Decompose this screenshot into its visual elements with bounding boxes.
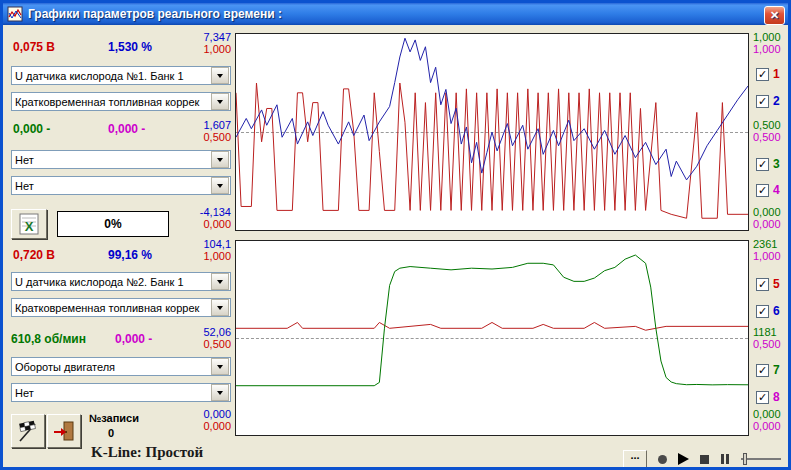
dropdown-arrow-icon bbox=[211, 384, 229, 401]
value-fuel-trim-1: 1,530 % bbox=[108, 40, 152, 54]
channel-1-label: 1 bbox=[773, 67, 780, 81]
axis-label: 0,000 bbox=[189, 218, 231, 230]
axis-label: 1,607 bbox=[189, 119, 231, 131]
transport-bar: ... bbox=[623, 449, 781, 469]
close-icon: ✕ bbox=[770, 9, 779, 22]
channel-1-checkbox[interactable]: ✓ bbox=[756, 68, 769, 81]
exit-door-icon bbox=[52, 419, 76, 443]
stop-button[interactable] bbox=[700, 455, 709, 464]
channel-5-checkbox[interactable]: ✓ bbox=[756, 278, 769, 291]
axis-label: 2361 bbox=[753, 238, 791, 250]
value-fuel-trim-2: 99,16 % bbox=[108, 248, 152, 262]
svg-text:X: X bbox=[25, 219, 34, 234]
record-button[interactable] bbox=[658, 455, 667, 464]
param-select-channel-8-value: Нет bbox=[12, 387, 210, 399]
axis-label: 0,500 bbox=[753, 131, 791, 143]
window-icon bbox=[7, 6, 23, 22]
excel-icon: X bbox=[18, 213, 40, 235]
param-select-channel-6[interactable]: Кратковременная топливная коррек bbox=[11, 298, 231, 317]
channel-2-row: ✓ 2 bbox=[756, 94, 780, 108]
param-select-channel-5[interactable]: U датчика кислорода №2. Банк 1 bbox=[11, 272, 231, 291]
records-label: №записи bbox=[89, 412, 139, 424]
param-select-channel-2[interactable]: Кратковременная топливная коррек bbox=[11, 92, 231, 111]
kline-status: K-Line: Простой bbox=[91, 444, 203, 461]
value-o2-sensor-1: 0,075 В bbox=[13, 40, 55, 54]
channel-4-label: 4 bbox=[773, 183, 780, 197]
channel-6-row: ✓ 6 bbox=[756, 304, 780, 318]
param-select-channel-6-value: Кратковременная топливная коррек bbox=[12, 302, 210, 314]
axis-label: 0,500 bbox=[189, 338, 231, 350]
pause-button[interactable] bbox=[720, 454, 730, 464]
channel-6-label: 6 bbox=[773, 304, 780, 318]
axis-label: 0,500 bbox=[753, 119, 791, 131]
start-logging-button[interactable] bbox=[11, 414, 45, 448]
check-icon: ✓ bbox=[758, 278, 767, 290]
bottom-chart-plot bbox=[236, 241, 748, 435]
param-select-channel-4[interactable]: Нет bbox=[11, 176, 231, 195]
axis-label: 1181 bbox=[753, 326, 791, 338]
dropdown-arrow-icon bbox=[211, 299, 229, 316]
checkered-flag-icon bbox=[16, 419, 40, 443]
check-icon: ✓ bbox=[758, 68, 767, 80]
axis-label: 1,000 bbox=[753, 250, 791, 262]
window-title: Графики параметров реального времени : bbox=[28, 7, 282, 21]
channel-3-label: 3 bbox=[773, 157, 780, 171]
channel-8-row: ✓ 8 bbox=[756, 390, 780, 404]
check-icon: ✓ bbox=[758, 158, 767, 170]
channel-8-label: 8 bbox=[773, 390, 780, 404]
axis-label: 1,000 bbox=[189, 250, 231, 262]
check-icon: ✓ bbox=[758, 95, 767, 107]
axis-label: 1,000 bbox=[189, 43, 231, 55]
axis-label: -4,134 bbox=[189, 206, 231, 218]
param-select-channel-7[interactable]: Обороты двигателя bbox=[11, 357, 231, 376]
axis-label: 0,000 bbox=[753, 420, 791, 432]
channel-5-row: ✓ 5 bbox=[756, 277, 780, 291]
axis-label: 0,500 bbox=[753, 338, 791, 350]
channel-4-row: ✓ 4 bbox=[756, 183, 780, 197]
value-o2-sensor-2: 0,720 В bbox=[13, 248, 55, 262]
param-select-channel-8[interactable]: Нет bbox=[11, 383, 231, 402]
dropdown-arrow-icon bbox=[211, 273, 229, 290]
param-select-channel-4-value: Нет bbox=[12, 180, 210, 192]
axis-label: 1,000 bbox=[753, 31, 791, 43]
dropdown-arrow-icon bbox=[211, 151, 229, 168]
channel-6-checkbox[interactable]: ✓ bbox=[756, 305, 769, 318]
dropdown-arrow-icon bbox=[211, 93, 229, 110]
axis-label: 104,1 bbox=[189, 238, 231, 250]
channel-1-row: ✓ 1 bbox=[756, 67, 780, 81]
record-icon bbox=[658, 455, 667, 464]
top-chart-plot bbox=[236, 34, 748, 230]
export-progress-value: 0% bbox=[104, 217, 121, 231]
slider-groove[interactable] bbox=[741, 458, 781, 460]
exit-button[interactable] bbox=[47, 414, 81, 448]
axis-label: 0,000 bbox=[753, 408, 791, 420]
dropdown-arrow-icon bbox=[211, 177, 229, 194]
axis-label: 0,000 bbox=[753, 218, 791, 230]
slider-thumb[interactable] bbox=[743, 453, 747, 465]
param-select-channel-5-value: U датчика кислорода №2. Банк 1 bbox=[12, 276, 210, 288]
stop-icon bbox=[700, 455, 709, 464]
param-select-channel-3[interactable]: Нет bbox=[11, 150, 231, 169]
check-icon: ✓ bbox=[758, 305, 767, 317]
pause-icon bbox=[721, 454, 724, 464]
play-button[interactable] bbox=[678, 453, 689, 465]
value-channel-8: 0,000 - bbox=[115, 332, 152, 346]
channel-2-checkbox[interactable]: ✓ bbox=[756, 95, 769, 108]
channel-7-checkbox[interactable]: ✓ bbox=[756, 364, 769, 377]
more-button[interactable]: ... bbox=[623, 450, 647, 469]
channel-4-checkbox[interactable]: ✓ bbox=[756, 184, 769, 197]
param-select-channel-3-value: Нет bbox=[12, 154, 210, 166]
check-icon: ✓ bbox=[758, 184, 767, 196]
channel-3-checkbox[interactable]: ✓ bbox=[756, 158, 769, 171]
axis-label: 0,000 bbox=[189, 420, 231, 432]
channel-8-checkbox[interactable]: ✓ bbox=[756, 391, 769, 404]
channel-2-label: 2 bbox=[773, 94, 780, 108]
param-select-channel-7-value: Обороты двигателя bbox=[12, 361, 210, 373]
excel-export-button[interactable]: X bbox=[11, 209, 47, 239]
param-select-channel-1[interactable]: U датчика кислорода №1. Банк 1 bbox=[11, 66, 231, 85]
title-bar[interactable]: Графики параметров реального времени : ✕ bbox=[3, 3, 788, 25]
close-button[interactable]: ✕ bbox=[764, 6, 785, 25]
playback-position-slider[interactable] bbox=[741, 452, 781, 466]
check-icon: ✓ bbox=[758, 364, 767, 376]
axis-label: 1,000 bbox=[753, 43, 791, 55]
